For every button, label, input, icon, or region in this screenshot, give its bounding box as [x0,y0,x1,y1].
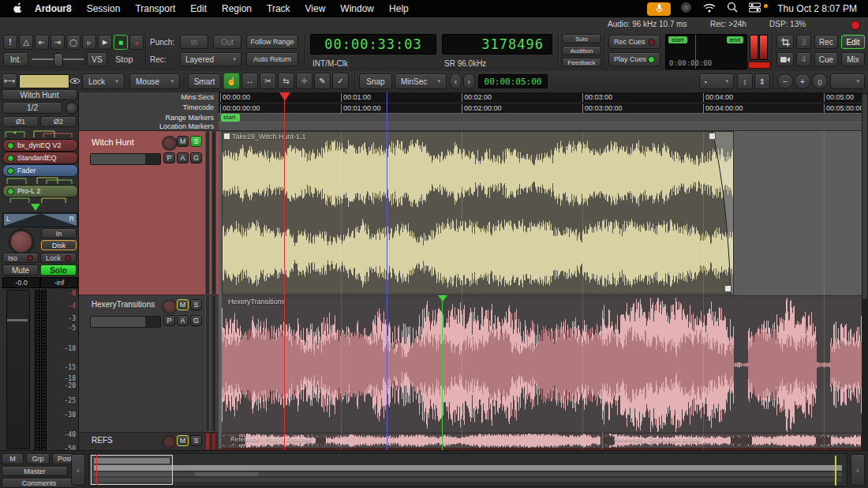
playhead-head[interactable] [279,92,290,101]
scene-camera-button[interactable] [776,52,794,66]
goto-end-button[interactable]: ⇥ [51,35,65,50]
track-mute-button[interactable]: M [177,299,189,310]
region-refs-2[interactable]: Reference - Declaration of War [604,433,862,449]
menu-help[interactable]: Help [389,3,409,14]
tab-recorder[interactable]: Rec [814,35,838,49]
session-summary[interactable] [88,453,847,486]
track-record-enable-button[interactable] [9,230,33,253]
track-header-hexery[interactable]: HexeryTransitions M S P A G [79,295,219,433]
track-automation-button[interactable]: A [177,315,189,326]
primary-clock[interactable]: 00:00:33:03 [310,34,436,54]
menubar-clock[interactable]: Thu Oct 2 8:07 PM [777,3,857,14]
rec-mode-dropdown[interactable]: Layered [180,52,241,66]
track-resize-strip[interactable] [211,295,216,432]
mixer-track-name-button[interactable]: Witch Hunt [2,89,77,100]
shrink-tracks-button[interactable]: ⇕ [754,73,770,89]
zoom-in-button[interactable]: + [795,73,810,89]
ruler-label-timecode[interactable]: Timecode [79,103,219,111]
monitor-m-button[interactable]: M [2,453,24,464]
mini-end-marker[interactable]: end [727,36,743,43]
marker-count-button[interactable]: 3 [796,35,811,49]
nudge-back-button[interactable]: ‹ [450,73,462,89]
track-scroll-strip[interactable] [205,295,210,432]
punch-in-button[interactable]: In [180,35,208,49]
track-group-button[interactable]: G [190,315,202,326]
ruler-label-location-markers[interactable]: Location Markers [79,122,219,130]
phase-invert-2-button[interactable]: Ø2 [40,116,77,127]
tool-audition-button[interactable]: ✚ [296,73,312,89]
ruler-minsec[interactable]: 00:00:00 00:01:00 00:02:00 00:03:00 00:0… [219,92,862,103]
track-solo-button[interactable]: S [190,136,202,147]
track-playlist-button[interactable]: P [163,152,175,163]
plugin-active-led[interactable] [7,167,14,175]
snap-button[interactable]: Snap [359,73,392,89]
mini-timeline[interactable]: start end 0:00:00:00 [665,34,747,69]
menu-edit[interactable]: Edit [190,3,207,14]
track-mute-button[interactable]: M [177,435,189,446]
region-start-handle[interactable] [223,133,230,140]
track-resize-strip[interactable] [211,433,216,450]
fader-handle[interactable] [7,319,28,321]
vertical-scrollbar[interactable] [862,92,868,450]
track-gain-slider[interactable] [90,153,161,165]
region-refs-1[interactable]: Reference - Popp'd Disagree [222,433,601,449]
group-button[interactable]: Grp [26,453,50,464]
expand-tracks-button[interactable]: ↕ [737,73,753,89]
spotlight-search-icon[interactable] [727,2,738,16]
plugin-bx-dyneq[interactable]: bx_dynEQ V2 [2,139,78,152]
midi-panic-button[interactable]: ! [3,35,17,50]
tool-stretch-button[interactable]: ⇆ [278,73,294,89]
play-cues-button[interactable]: Play Cues [608,52,660,66]
track-resize-strip[interactable] [211,131,216,295]
follow-range-button[interactable]: Follow Range [246,35,298,49]
play-selection-button[interactable]: ▹ [82,35,96,50]
nudge-forward-button[interactable]: › [463,73,475,89]
tab-editor[interactable]: Edit [841,35,865,49]
start-range-marker[interactable]: start [221,114,240,122]
region-witch-hunt[interactable]: Take29_Witch Hunt-1.1 [222,131,734,295]
mini-start-marker[interactable]: start [668,36,687,43]
tool-edit-internal-button[interactable]: ✓ [332,73,349,89]
pan-position-pointer[interactable] [31,204,40,211]
tool-cut-button[interactable]: ✂ [260,73,276,89]
region-hexery-transitions[interactable]: HexeryTransitions [222,295,862,433]
scene-count-button[interactable]: 4 [796,52,811,66]
zoom-fit-button[interactable]: () [812,73,828,89]
gain-fader[interactable] [6,290,30,449]
tool-grab-button[interactable]: ☝ [223,73,240,89]
shuttle-handle[interactable] [54,53,63,67]
solo-isolate-button[interactable]: Iso [2,253,39,263]
stop-button[interactable]: ■ [114,35,128,50]
solo-lock-button[interactable]: Lock [40,253,77,263]
region-end-handle[interactable] [724,285,731,292]
apple-menu[interactable] [13,2,24,16]
play-button[interactable]: ▶ [98,35,112,50]
audition-button[interactable]: Audition [562,46,601,55]
monitor-input-button[interactable]: In [41,228,77,238]
eye-icon[interactable] [69,75,80,89]
gain-display[interactable]: -0.0 [2,277,40,288]
track-header-witch-hunt[interactable]: Witch Hunt M S P A G [79,131,219,295]
mixer-strip-toggle-button[interactable]: ⟷ [2,73,17,88]
plugin-fader[interactable]: Fader [2,164,78,177]
smart-mode-button[interactable]: Smart [188,73,221,89]
track-playlist-button[interactable]: P [163,315,175,326]
tool-draw-button[interactable]: ✎ [314,73,331,89]
zoom-out-button[interactable]: − [777,73,793,89]
sample-rate-label[interactable]: SR 96.0kHz [444,59,486,68]
summary-view-rectangle[interactable] [91,455,173,485]
menu-app-name[interactable]: Ardour8 [35,3,72,14]
playhead-line[interactable] [284,92,285,450]
auto-return-button[interactable]: Auto Return [246,52,298,66]
menu-window[interactable]: Window [340,3,374,14]
master-button[interactable]: Master [2,466,68,476]
ruler-range-markers[interactable]: start [219,113,862,122]
solo-global-button[interactable]: Solo [562,34,601,43]
nudge-clock[interactable]: 00:00:05:00 [478,74,548,88]
sync-source-button[interactable]: Int. [3,52,28,66]
mute-button[interactable]: Mute [2,265,39,276]
grid-unit-dropdown[interactable]: MinSec [395,73,447,89]
track-solo-button[interactable]: S [190,435,202,446]
track-name-label[interactable]: Witch Hunt [92,137,134,147]
plugin-active-led[interactable] [7,188,14,195]
